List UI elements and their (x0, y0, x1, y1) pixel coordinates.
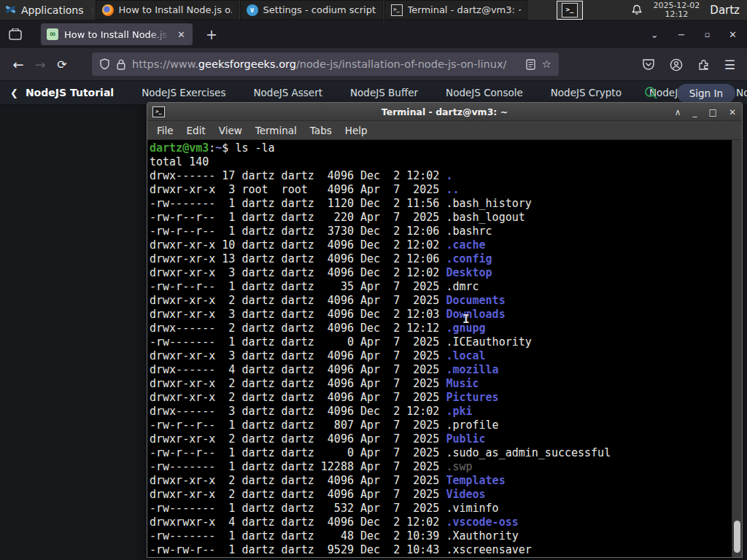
listing-filename: Videos (446, 488, 485, 501)
notifications-bell-icon[interactable] (631, 4, 643, 16)
listing-meta: drwxr-xr-x 3 dartz dartz 4096 Apr 7 2025 (150, 349, 446, 362)
nav-link[interactable]: NodeJS Buffer (350, 87, 418, 98)
listing-row: -rw-r--r-- 1 dartz dartz 35 Apr 7 2025 .… (150, 280, 730, 294)
clock[interactable]: 2025-12-02 12:12 (653, 1, 700, 19)
listing-filename: Pictures (446, 391, 498, 404)
listing-filename: .vscode-oss (446, 516, 518, 529)
firefox-view-icon[interactable] (6, 25, 25, 44)
listing-filename: Templates (446, 474, 505, 487)
tray-terminal-icon[interactable] (557, 1, 583, 20)
url-bar[interactable]: https://www.geeksforgeeks.org/node-js/in… (92, 52, 559, 76)
account-icon[interactable] (670, 58, 683, 71)
listing-meta: -rw------- 1 dartz dartz 0 Apr 7 2025 (150, 335, 446, 349)
terminal-close-button[interactable]: ✕ (729, 107, 736, 117)
listing-row: -rw-r--r-- 1 dartz dartz 807 Apr 7 2025 … (150, 419, 730, 432)
window-button-list: How to Install Node.js o... Settings - c… (96, 0, 527, 20)
listing-row: drwxr-xr-x 2 dartz dartz 4096 Apr 7 2025… (150, 377, 730, 391)
terminal-menu-item[interactable]: Tabs (303, 125, 338, 136)
terminal-window-controls: ∧ _ □ ✕ (675, 103, 736, 121)
nav-link[interactable]: NodeJS Crypto (551, 87, 622, 98)
new-tab-button[interactable]: + (200, 25, 223, 44)
terminal-content[interactable]: dartz@vm3:~$ ls -la total 140 drwx------… (147, 140, 742, 557)
browser-tab[interactable]: How to Install Node.js on ✕ (41, 23, 193, 45)
nav-items: NodeJS Tutorial NodeJS Exercises NodeJS … (26, 87, 747, 98)
terminal-menu-item[interactable]: Edit (180, 125, 212, 136)
applications-label: Applications (21, 4, 84, 16)
listing-meta: -rw-r--r-- 1 dartz dartz 35 Apr 7 2025 (150, 280, 446, 293)
search-icon[interactable] (644, 86, 658, 100)
tabbar-controls: ⌄ − ▫ ✕ (651, 20, 747, 48)
listing-row: drwxr-xr-x 2 dartz dartz 4096 Apr 7 2025… (150, 294, 730, 308)
back-button[interactable]: ← (7, 53, 29, 75)
taskbar-window-button[interactable]: Settings - codium script... (240, 0, 383, 20)
terminal-minimize-button[interactable]: _ (693, 107, 697, 117)
listing-meta: drwx------ 2 dartz dartz 4096 Dec 2 12:1… (150, 322, 446, 335)
window-minimize-button[interactable]: − (678, 29, 686, 40)
taskbar-window-button[interactable]: How to Install Node.js o... (96, 0, 239, 20)
extensions-icon[interactable] (697, 58, 710, 71)
user-menu[interactable]: Dartz (710, 4, 740, 17)
window-icon (391, 4, 403, 16)
tracking-shield-icon[interactable] (99, 58, 110, 70)
total-line: total 140 (150, 155, 730, 169)
listing-row: -rw------- 1 dartz dartz 0 Apr 7 2025 .I… (150, 335, 730, 349)
terminal-prompt-line: dartz@vm3:~$ ls -la (150, 141, 730, 155)
listing-meta: -rw------- 1 dartz dartz 48 Dec 2 10:39 (150, 529, 446, 542)
listing-meta: -rw-r--r-- 1 dartz dartz 807 Apr 7 2025 (150, 419, 446, 432)
listing-meta: -rw------- 1 dartz dartz 1120 Dec 2 11:5… (150, 197, 446, 210)
terminal-menu-item[interactable]: Help (338, 125, 374, 136)
listing-filename: .mozilla (446, 363, 498, 376)
listing-filename: .pki (446, 405, 472, 418)
terminal-scrollbar-thumb[interactable] (734, 521, 740, 553)
listing-meta: drwx------ 4 dartz dartz 4096 Apr 7 2025 (150, 363, 446, 376)
panel-status-area: 2025-12-02 12:12 Dartz (631, 0, 747, 20)
tab-title: How to Install Node.js on (64, 29, 170, 40)
bookmark-star-icon[interactable]: ☆ (542, 58, 551, 71)
sign-in-button[interactable]: Sign In (677, 84, 735, 103)
nav-link[interactable]: NodeJS Assert (253, 87, 322, 98)
nav-scroll-left-chevron-icon[interactable]: ❮ (10, 88, 18, 98)
listing-row: drwx------ 3 dartz dartz 4096 Dec 2 12:0… (150, 405, 730, 419)
listing-row: -rw------- 1 dartz dartz 48 Dec 2 10:39 … (150, 529, 730, 543)
window-close-button[interactable]: ✕ (729, 29, 737, 40)
listing-filename: .swp (446, 460, 472, 473)
clock-time: 12:12 (653, 10, 700, 19)
reader-mode-icon[interactable] (526, 59, 535, 70)
listing-meta: -rw-r--r-- 1 dartz dartz 0 Apr 7 2025 (150, 446, 446, 459)
nav-link[interactable]: NodeJS Tutorial (26, 87, 114, 98)
ibeam-mouse-cursor (462, 312, 470, 326)
terminal-maximize-button[interactable]: □ (709, 107, 717, 117)
url-text[interactable]: https://www.geeksforgeeks.org/node-js/in… (132, 58, 519, 70)
terminal-menu-item[interactable]: Terminal (249, 125, 303, 136)
taskbar-window-button[interactable]: Terminal - dartz@vm3: ~ (384, 0, 527, 20)
tab-close-icon[interactable]: ✕ (176, 29, 187, 40)
window-maximize-button[interactable]: ▫ (705, 30, 710, 39)
listing-meta: drwxr-xr-x 2 dartz dartz 4096 Apr 7 2025 (150, 377, 446, 390)
lock-icon[interactable] (117, 59, 125, 70)
prompt-user-host: dartz@vm3 (150, 141, 209, 155)
reload-button[interactable]: ⟳ (51, 53, 73, 75)
tab-bar: How to Install Node.js on ✕ + ⌄ − ▫ ✕ (0, 20, 747, 48)
applications-menu-button[interactable]: Applications (0, 0, 90, 20)
terminal-titlebar[interactable]: Terminal - dartz@vm3: ~ ∧ _ □ ✕ (147, 103, 742, 121)
pocket-icon[interactable] (642, 58, 655, 71)
list-all-tabs-chevron-icon[interactable]: ⌄ (651, 29, 659, 40)
url-scheme: https://www. (132, 58, 198, 70)
nav-link[interactable]: NodeJS Exercises (142, 87, 225, 98)
listing-row: drwx------ 17 dartz dartz 4096 Dec 2 12:… (150, 169, 730, 183)
forward-button[interactable]: → (29, 53, 51, 75)
top-panel: Applications ⋮ How to Install Node.js o.… (0, 0, 747, 20)
listing-filename: .config (446, 252, 492, 265)
terminal-scrollbar[interactable] (732, 140, 742, 557)
listing-filename: Music (446, 377, 479, 390)
listing-row: drwxr-xr-x 10 dartz dartz 4096 Dec 2 12:… (150, 238, 730, 252)
terminal-menu-item[interactable]: View (212, 125, 249, 136)
desktop: Applications ⋮ How to Install Node.js o.… (0, 0, 747, 560)
terminal-menu-item[interactable]: File (150, 125, 180, 136)
listing-row: drwxr-xr-x 2 dartz dartz 4096 Apr 7 2025… (150, 474, 730, 488)
nav-link[interactable]: NodeJS Console (446, 87, 523, 98)
terminal-shade-button[interactable]: ∧ (675, 107, 681, 117)
listing-row: drwxr-xr-x 3 dartz dartz 4096 Dec 2 12:0… (150, 266, 730, 280)
listing-meta: drwx------ 3 dartz dartz 4096 Dec 2 12:0… (150, 405, 446, 418)
menu-hamburger-icon[interactable]: ☰ (724, 58, 735, 72)
